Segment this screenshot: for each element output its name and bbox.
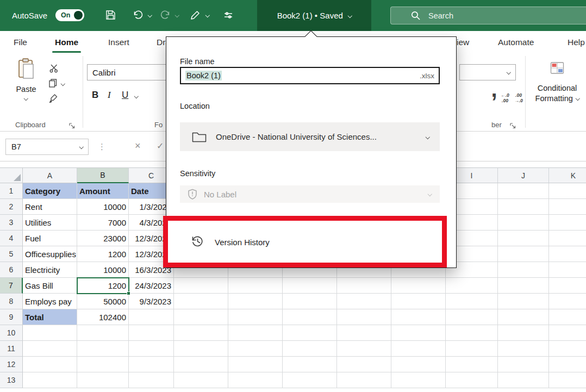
file-name-input[interactable]: Book2 (1) .xlsx (180, 67, 440, 84)
cell-D7[interactable] (174, 278, 228, 294)
cell-B9[interactable]: 102400 (77, 309, 129, 325)
cell-C8[interactable]: 9/3/2023 (129, 294, 174, 309)
cell-G10[interactable] (337, 325, 391, 341)
row-header-8[interactable]: 8 (0, 294, 23, 309)
cell-K2[interactable] (549, 199, 586, 215)
format-painter-icon[interactable] (48, 94, 58, 105)
cell-E8[interactable] (228, 294, 283, 309)
cell-J10[interactable] (498, 325, 549, 341)
cell-A2[interactable]: Rent (23, 199, 77, 215)
cell-J13[interactable] (498, 372, 549, 388)
cell-I7[interactable] (446, 278, 498, 294)
cell-G13[interactable] (337, 372, 391, 388)
cell-A1[interactable]: Category (23, 183, 77, 199)
cell-J12[interactable] (498, 357, 549, 372)
cell-C10[interactable] (129, 325, 174, 341)
row-header-11[interactable]: 11 (0, 341, 23, 357)
cell-K12[interactable] (549, 357, 586, 372)
cell-K9[interactable] (549, 309, 586, 325)
cell-K6[interactable] (549, 262, 586, 278)
cell-C9[interactable] (129, 309, 174, 325)
copy-icon[interactable] (48, 78, 58, 90)
cell-A7[interactable]: Gas Bill (23, 278, 77, 294)
cell-D12[interactable] (174, 357, 228, 372)
cell-K1[interactable] (549, 183, 586, 199)
clipboard-dialog-launcher-icon[interactable] (69, 121, 75, 131)
cell-B1[interactable]: Amount (77, 183, 129, 199)
cell-K10[interactable] (549, 325, 586, 341)
cell-A11[interactable] (23, 341, 77, 357)
cell-G11[interactable] (337, 341, 391, 357)
cell-A6[interactable]: Electricity (23, 262, 77, 278)
cell-H7[interactable] (391, 278, 446, 294)
cell-K3[interactable] (549, 215, 586, 231)
decrease-decimal-icon[interactable]: .00 →.0 (513, 92, 525, 103)
formula-bar-handle[interactable]: ⋮ (98, 142, 106, 152)
row-header-12[interactable]: 12 (0, 357, 23, 372)
copy-dropdown-icon[interactable] (61, 82, 65, 86)
cell-B13[interactable] (77, 372, 129, 388)
version-history-button[interactable]: Version History (180, 225, 440, 259)
cell-J8[interactable] (498, 294, 549, 309)
row-header-2[interactable]: 2 (0, 199, 23, 215)
cell-H8[interactable] (391, 294, 446, 309)
cell-B6[interactable]: 10000 (77, 262, 129, 278)
quick-access-customize-icon[interactable] (223, 10, 233, 22)
font-name-combobox[interactable]: Calibri (87, 64, 169, 80)
tab-home[interactable]: Home (55, 38, 78, 47)
row-header-6[interactable]: 6 (0, 262, 23, 278)
cell-A12[interactable] (23, 357, 77, 372)
cell-B11[interactable] (77, 341, 129, 357)
cell-F12[interactable] (283, 357, 337, 372)
cell-J2[interactable] (498, 199, 549, 215)
cell-I12[interactable] (446, 357, 498, 372)
cell-C12[interactable] (129, 357, 174, 372)
cell-G7[interactable] (337, 278, 391, 294)
cell-E12[interactable] (228, 357, 283, 372)
bold-button[interactable]: B (92, 90, 98, 101)
enter-icon[interactable]: ✓ (157, 141, 164, 151)
cell-J4[interactable] (498, 231, 549, 246)
cell-G8[interactable] (337, 294, 391, 309)
cell-A8[interactable]: Employs pay (23, 294, 77, 309)
cell-J5[interactable] (498, 246, 549, 262)
ink-dropdown-icon[interactable] (205, 13, 210, 17)
cell-J1[interactable] (498, 183, 549, 199)
row-header-5[interactable]: 5 (0, 246, 23, 262)
cell-J11[interactable] (498, 341, 549, 357)
cell-K11[interactable] (549, 341, 586, 357)
cell-D10[interactable] (174, 325, 228, 341)
row-header-7[interactable]: 7 (0, 278, 23, 294)
row-header-10[interactable]: 10 (0, 325, 23, 341)
cell-B3[interactable]: 7000 (77, 215, 129, 231)
tab-automate[interactable]: Automate (498, 38, 534, 47)
cell-G9[interactable] (337, 309, 391, 325)
cell-A4[interactable]: Fuel (23, 231, 77, 246)
cell-F13[interactable] (283, 372, 337, 388)
cell-K7[interactable] (549, 278, 586, 294)
cell-E9[interactable] (228, 309, 283, 325)
cell-D9[interactable] (174, 309, 228, 325)
cell-D8[interactable] (174, 294, 228, 309)
cell-E11[interactable] (228, 341, 283, 357)
cancel-icon[interactable]: × (135, 140, 141, 152)
cell-H10[interactable] (391, 325, 446, 341)
cell-I13[interactable] (446, 372, 498, 388)
cell-K5[interactable] (549, 246, 586, 262)
cell-F11[interactable] (283, 341, 337, 357)
row-header-4[interactable]: 4 (0, 231, 23, 246)
cell-C7[interactable]: 24/3/2023 (129, 278, 174, 294)
cell-I11[interactable] (446, 341, 498, 357)
document-title-button[interactable]: Book2 (1) • Saved (257, 0, 371, 31)
cell-B5[interactable]: 1200 (77, 246, 129, 262)
fill-handle[interactable] (127, 291, 130, 295)
cell-B7[interactable]: 1200 (77, 278, 129, 294)
column-header-J[interactable]: J (498, 167, 549, 183)
cell-K13[interactable] (549, 372, 586, 388)
cell-B2[interactable]: 10000 (77, 199, 129, 215)
tab-insert[interactable]: Insert (108, 38, 129, 47)
cell-B10[interactable] (77, 325, 129, 341)
column-header-K[interactable]: K (549, 167, 586, 183)
tab-file[interactable]: File (14, 38, 27, 47)
cell-K8[interactable] (549, 294, 586, 309)
